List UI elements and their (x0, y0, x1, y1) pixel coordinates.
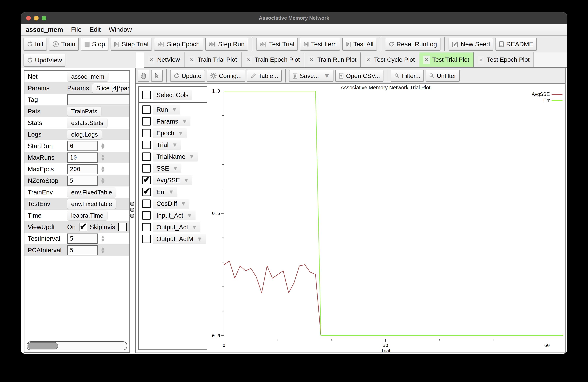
train-button[interactable]: Train (49, 38, 79, 51)
checkbox[interactable] (142, 129, 151, 137)
tab-train-epoch-plot[interactable]: ×Train Epoch Plot (242, 53, 304, 67)
value-chip[interactable]: env.FixedTable (67, 199, 116, 209)
checkbox[interactable] (79, 223, 87, 231)
close-icon[interactable]: × (246, 56, 252, 64)
checkbox[interactable] (142, 199, 151, 208)
test-trial-button[interactable]: Test Trial (256, 38, 298, 51)
checkbox[interactable] (142, 235, 151, 243)
column-chip[interactable]: Params▼ (153, 116, 190, 126)
tab-train-trial-plot[interactable]: ×Train Trial Plot (185, 53, 242, 67)
spin-down-icon[interactable]: ▼ (101, 181, 105, 184)
close-icon[interactable]: × (148, 56, 155, 64)
test-item-button[interactable]: Test Item (300, 38, 340, 51)
value-chip[interactable]: estats.Stats (67, 118, 107, 128)
reset-runlog-button[interactable]: Reset RunLog (385, 38, 441, 51)
unfilter-button[interactable]: Unfilter (426, 70, 460, 82)
filter-button[interactable]: Filter... (391, 70, 424, 82)
value-chip[interactable]: assoc_mem (67, 72, 108, 81)
pan-tool-button[interactable] (138, 70, 149, 82)
param-spinner-input[interactable] (67, 141, 98, 151)
tab-netview[interactable]: ×NetView (144, 53, 185, 67)
param-spinner-input[interactable] (67, 233, 98, 244)
column-chip[interactable]: CosDiff▼ (153, 199, 189, 209)
menu-file[interactable]: File (71, 26, 82, 34)
column-chip[interactable]: Trial▼ (153, 140, 181, 150)
test-all-button[interactable]: Test All (342, 38, 377, 51)
value-chip[interactable]: Slice [4]*para (92, 83, 129, 93)
column-dropdown-icon[interactable]: ▼ (184, 177, 189, 183)
checkbox[interactable] (142, 223, 151, 231)
column-dropdown-icon[interactable]: ▼ (189, 153, 194, 160)
menu-edit[interactable]: Edit (89, 26, 101, 34)
column-chip[interactable]: Output_ActM▼ (153, 234, 206, 244)
param-spinner-input[interactable] (67, 153, 98, 163)
column-chip[interactable]: Output_Act▼ (153, 222, 200, 232)
value-chip[interactable]: elog.Logs (67, 130, 102, 139)
update-button[interactable]: Update (170, 70, 205, 82)
column-chip[interactable]: TrialName▼ (153, 152, 198, 162)
step-epoch-button[interactable]: Step Epoch (154, 38, 203, 51)
close-icon[interactable]: × (189, 56, 195, 64)
scrollbar-thumb[interactable] (27, 342, 58, 349)
table-button[interactable]: Table... (247, 70, 282, 82)
column-chip[interactable]: AvgSSE▼ (153, 175, 192, 185)
column-dropdown-icon[interactable]: ▼ (178, 130, 183, 136)
param-spinner-input[interactable] (67, 245, 98, 255)
column-chip[interactable]: Epoch▼ (153, 128, 187, 138)
spin-down-icon[interactable]: ▼ (101, 239, 105, 242)
checkbox[interactable] (142, 91, 151, 99)
checkbox[interactable] (142, 211, 151, 220)
value-chip[interactable]: env.FixedTable (67, 188, 116, 197)
tab-test-trial-plot[interactable]: ×Test Trial Plot (419, 53, 474, 67)
column-dropdown-icon[interactable]: ▼ (173, 165, 178, 172)
spin-down-icon[interactable]: ▼ (101, 146, 105, 149)
tab-test-epoch-plot[interactable]: ×Test Epoch Plot (474, 53, 534, 67)
spin-down-icon[interactable]: ▼ (101, 250, 105, 254)
panel-splitter[interactable] (129, 68, 135, 352)
column-dropdown-icon[interactable]: ▼ (197, 236, 202, 242)
checkbox[interactable] (142, 164, 151, 172)
close-icon[interactable]: × (308, 56, 315, 64)
checkbox[interactable] (142, 176, 151, 184)
checkbox[interactable] (142, 105, 151, 114)
close-icon[interactable]: × (423, 56, 430, 64)
column-dropdown-icon[interactable]: ▼ (192, 224, 197, 230)
spin-down-icon[interactable]: ▼ (101, 157, 105, 161)
param-spinner-input[interactable] (67, 164, 98, 174)
column-dropdown-icon[interactable]: ▼ (181, 201, 186, 207)
param-spinner-input[interactable] (67, 176, 98, 186)
spin-down-icon[interactable]: ▼ (101, 169, 105, 172)
column-chip[interactable]: Run▼ (153, 105, 180, 115)
readme-button[interactable]: README (496, 38, 537, 51)
checkbox[interactable] (142, 153, 151, 161)
horizontal-scrollbar[interactable] (27, 341, 127, 350)
init-button[interactable]: Init (23, 38, 47, 51)
close-icon[interactable]: × (365, 56, 372, 64)
tab-train-run-plot[interactable]: ×Train Run Plot (304, 53, 361, 67)
checkbox[interactable] (142, 188, 151, 196)
save-button[interactable]: Save...▼ (289, 70, 334, 82)
updtview-button[interactable]: UpdtView (23, 54, 65, 67)
column-dropdown-icon[interactable]: ▼ (172, 107, 177, 113)
config-button[interactable]: Config... (207, 70, 245, 82)
column-dropdown-icon[interactable]: ▼ (182, 118, 187, 124)
value-chip[interactable]: leabra.Time (67, 211, 107, 220)
column-chip[interactable]: SSE▼ (153, 164, 181, 173)
stop-button[interactable]: Stop (81, 38, 108, 51)
menu-window[interactable]: Window (109, 26, 132, 34)
step-run-button[interactable]: Step Run (205, 38, 248, 51)
checkbox[interactable] (142, 141, 151, 149)
step-trial-button[interactable]: Step Trial (111, 38, 152, 51)
value-chip[interactable]: TrainPats (67, 107, 101, 116)
new-seed-button[interactable]: New Seed (449, 38, 493, 51)
column-chip[interactable]: Input_Act▼ (153, 210, 195, 220)
close-icon[interactable]: × (478, 56, 484, 64)
column-dropdown-icon[interactable]: ▼ (168, 189, 174, 195)
column-chip[interactable]: Err▼ (153, 187, 177, 197)
tab-test-cycle-plot[interactable]: ×Test Cycle Plot (361, 53, 419, 67)
select-tool-button[interactable] (151, 70, 163, 82)
checkbox[interactable] (118, 223, 127, 231)
column-dropdown-icon[interactable]: ▼ (187, 212, 192, 218)
param-text-input[interactable] (67, 94, 129, 105)
open-csv-button[interactable]: Open CSV... (335, 70, 383, 82)
